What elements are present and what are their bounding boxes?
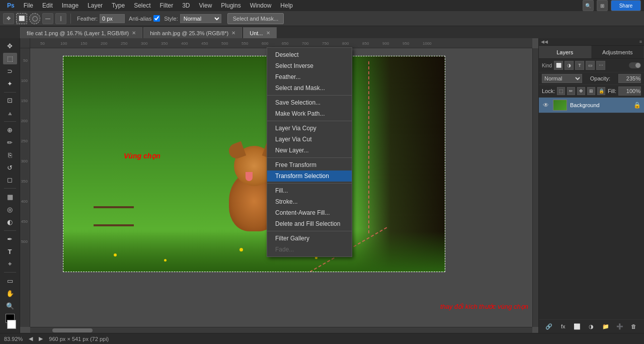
link-layers-btn[interactable]: 🔗 <box>544 322 553 331</box>
tool-history-btn[interactable]: ↺ <box>3 162 17 174</box>
tab-close-1[interactable]: ✕ <box>231 30 235 36</box>
create-layer-btn[interactable]: ➕ <box>615 322 624 331</box>
selection-rect[interactable]: ⬜ <box>16 13 27 24</box>
tab-unt[interactable]: Unt... ✕ <box>243 27 276 38</box>
ctx-content-aware-fill[interactable]: Content-Aware Fill... <box>267 207 352 218</box>
canvas-document[interactable]: Vùng chọn <box>63 56 445 272</box>
menu-type[interactable]: Type <box>108 1 129 10</box>
opacity-input[interactable] <box>618 74 641 83</box>
select-and-mask-btn[interactable]: Select and Mask... <box>227 13 284 24</box>
vertical-scrollbar[interactable] <box>532 48 538 327</box>
feather-input[interactable] <box>100 14 125 23</box>
tab-adjustments[interactable]: Adjustments <box>592 46 645 58</box>
add-mask-btn[interactable]: ⬜ <box>573 322 582 331</box>
ctx-save-selection[interactable]: Save Selection... <box>267 97 352 108</box>
menu-layer[interactable]: Layer <box>84 1 107 10</box>
ctx-free-transform[interactable]: Free Transform <box>267 159 352 170</box>
filter-smart-btn[interactable]: ⋯ <box>596 61 605 70</box>
ctx-deselect[interactable]: Deselect <box>267 49 352 60</box>
menu-select[interactable]: Select <box>130 1 154 10</box>
blend-mode-select[interactable]: Normal <box>542 74 582 83</box>
lock-move-btn[interactable]: ✥ <box>577 87 585 95</box>
nav-left[interactable]: ◀ <box>29 335 33 342</box>
menu-plugins[interactable]: Plugins <box>217 1 245 10</box>
tool-path-btn[interactable]: ⌖ <box>3 259 17 270</box>
lock-transparent-btn[interactable]: ⬚ <box>557 87 565 95</box>
tool-eyedropper-btn[interactable]: ⟁ <box>3 107 17 119</box>
delete-layer-btn[interactable]: 🗑 <box>629 322 638 331</box>
style-select[interactable]: Normal Fixed Ratio Fixed Size <box>180 14 221 23</box>
tool-gradient-btn[interactable]: ▦ <box>3 191 17 203</box>
tool-clone-btn[interactable]: ⎘ <box>3 149 17 161</box>
arrange-btn[interactable]: ⊞ <box>597 0 608 11</box>
menu-image[interactable]: Image <box>58 1 83 10</box>
menu-file[interactable]: File <box>20 1 37 10</box>
filter-toggle[interactable] <box>629 62 641 68</box>
horizontal-scrollbar[interactable] <box>30 327 532 333</box>
ctx-layer-via-copy[interactable]: Layer Via Copy <box>267 123 352 134</box>
ctx-fill[interactable]: Fill... <box>267 185 352 196</box>
create-fill-btn[interactable]: ◑ <box>587 322 596 331</box>
panel-options-btn[interactable]: ≡ <box>639 39 642 44</box>
tool-blur-btn[interactable]: ◎ <box>3 204 17 215</box>
tab-layers[interactable]: Layers <box>539 46 592 58</box>
fill-input[interactable] <box>618 87 641 96</box>
menu-view[interactable]: View <box>195 1 216 10</box>
menu-edit[interactable]: Edit <box>38 1 57 10</box>
selection-col[interactable]: | <box>55 13 66 24</box>
tool-heal-btn[interactable]: ⊕ <box>3 124 17 136</box>
filter-pixel-btn[interactable]: ⬜ <box>554 61 563 70</box>
tab-close-0[interactable]: ✕ <box>132 30 136 36</box>
tab-close-2[interactable]: ✕ <box>266 30 270 36</box>
ctx-filter-gallery[interactable]: Filter Gallery <box>267 233 352 244</box>
tool-move-btn[interactable]: ✥ <box>3 40 17 52</box>
tool-type-btn[interactable]: T <box>3 246 17 257</box>
menu-filter[interactable]: Filter <box>155 1 177 10</box>
selection-ellipse[interactable]: ◯ <box>29 13 40 24</box>
tool-dodge-btn[interactable]: ◐ <box>3 216 17 228</box>
add-style-btn[interactable]: fx <box>558 322 568 331</box>
tool-pen-btn[interactable]: ✒ <box>3 233 17 245</box>
h-scroll-thumb[interactable] <box>52 328 93 332</box>
ctx-layer-via-cut[interactable]: Layer Via Cut <box>267 134 352 145</box>
selection-row[interactable]: — <box>42 13 53 24</box>
tool-move[interactable]: ✥ <box>3 13 14 24</box>
create-group-btn[interactable]: 📁 <box>601 322 610 331</box>
filter-shape-btn[interactable]: ▭ <box>586 61 595 70</box>
ctx-stroke[interactable]: Stroke... <box>267 196 352 207</box>
tool-hand-btn[interactable]: ✋ <box>3 288 17 299</box>
ctx-delete-fill[interactable]: Delete and Fill Selection <box>267 218 352 229</box>
bg-color[interactable] <box>7 320 16 329</box>
ctx-make-work-path[interactable]: Make Work Path... <box>267 108 352 119</box>
tool-shape-btn[interactable]: ▭ <box>3 275 17 287</box>
tool-eraser-btn[interactable]: ◻ <box>3 175 17 186</box>
menu-3d[interactable]: 3D <box>178 1 194 10</box>
menu-window[interactable]: Window <box>246 1 276 10</box>
lock-artboard-btn[interactable]: ⊞ <box>587 87 595 95</box>
tool-marquee-btn[interactable]: ⬚ <box>3 53 17 64</box>
menu-help[interactable]: Help <box>276 1 297 10</box>
ctx-feather[interactable]: Feather... <box>267 71 352 82</box>
tool-zoom-btn[interactable]: 🔍 <box>3 300 17 312</box>
lock-all-btn[interactable]: 🔒 <box>597 87 605 95</box>
layer-visibility-btn[interactable]: 👁 <box>542 101 550 109</box>
tool-crop-btn[interactable]: ⊡ <box>3 95 17 106</box>
anti-alias-checkbox[interactable] <box>153 15 160 22</box>
ctx-transform-selection[interactable]: Transform Selection <box>267 170 352 182</box>
filter-type-btn[interactable]: T <box>575 61 584 70</box>
nav-right[interactable]: ▶ <box>39 335 43 342</box>
tab-hinh-anh[interactable]: hinh anh.jpg @ 25.3% (RGB/8*) ✕ <box>143 27 242 38</box>
tool-lasso-btn[interactable]: ⊃ <box>3 65 17 77</box>
ctx-new-layer[interactable]: New Layer... <box>267 145 352 156</box>
tab-file-cat[interactable]: file cat 1.png @ 16.7% (Layer 1, RGB/8#)… <box>20 27 142 38</box>
ctx-select-mask[interactable]: Select and Mask... <box>267 82 352 94</box>
tool-magic-wand-btn[interactable]: ✦ <box>3 78 17 90</box>
tool-brush-btn[interactable]: ✏ <box>3 137 17 148</box>
search-btn[interactable]: 🔍 <box>583 0 594 11</box>
menu-ps[interactable]: Ps <box>3 1 19 10</box>
filter-adjust-btn[interactable]: ◑ <box>565 61 574 70</box>
lock-brush-btn[interactable]: ✏ <box>567 87 575 95</box>
share-btn[interactable]: Share <box>611 0 641 11</box>
ctx-select-inverse[interactable]: Select Inverse <box>267 60 352 71</box>
layer-background[interactable]: 👁 Background 🔒 <box>539 98 644 113</box>
